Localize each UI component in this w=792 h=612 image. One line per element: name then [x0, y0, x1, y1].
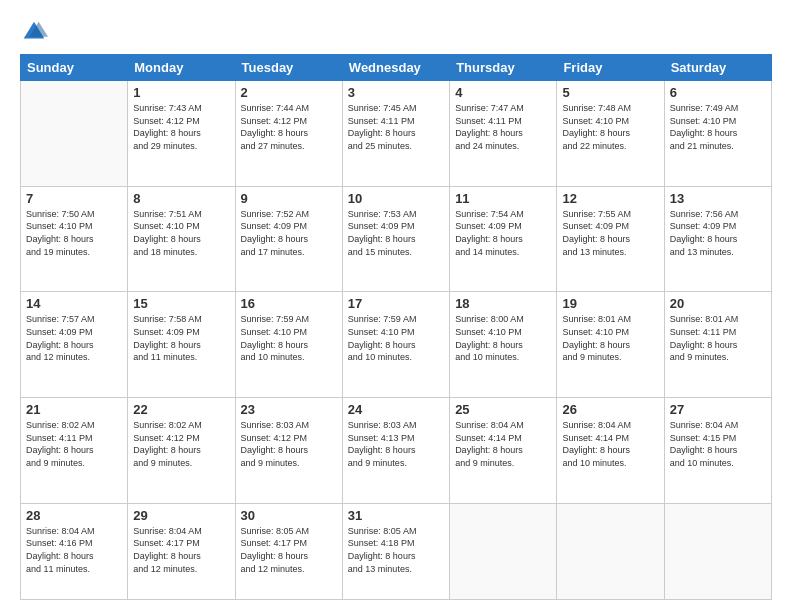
day-number: 11: [455, 191, 551, 206]
calendar-cell: 5Sunrise: 7:48 AM Sunset: 4:10 PM Daylig…: [557, 81, 664, 187]
day-number: 15: [133, 296, 229, 311]
day-info: Sunrise: 8:01 AM Sunset: 4:11 PM Dayligh…: [670, 313, 766, 363]
day-number: 8: [133, 191, 229, 206]
day-number: 1: [133, 85, 229, 100]
calendar-header-row: SundayMondayTuesdayWednesdayThursdayFrid…: [21, 55, 772, 81]
calendar-header-monday: Monday: [128, 55, 235, 81]
calendar-header-sunday: Sunday: [21, 55, 128, 81]
day-number: 20: [670, 296, 766, 311]
day-number: 30: [241, 508, 337, 523]
calendar-cell: 8Sunrise: 7:51 AM Sunset: 4:10 PM Daylig…: [128, 186, 235, 292]
calendar-cell: 14Sunrise: 7:57 AM Sunset: 4:09 PM Dayli…: [21, 292, 128, 398]
day-info: Sunrise: 7:43 AM Sunset: 4:12 PM Dayligh…: [133, 102, 229, 152]
day-info: Sunrise: 8:05 AM Sunset: 4:18 PM Dayligh…: [348, 525, 444, 575]
day-number: 18: [455, 296, 551, 311]
day-number: 22: [133, 402, 229, 417]
day-info: Sunrise: 8:03 AM Sunset: 4:12 PM Dayligh…: [241, 419, 337, 469]
day-number: 26: [562, 402, 658, 417]
day-info: Sunrise: 8:02 AM Sunset: 4:12 PM Dayligh…: [133, 419, 229, 469]
logo-icon: [20, 18, 48, 46]
day-info: Sunrise: 8:04 AM Sunset: 4:16 PM Dayligh…: [26, 525, 122, 575]
day-number: 2: [241, 85, 337, 100]
day-number: 19: [562, 296, 658, 311]
day-number: 28: [26, 508, 122, 523]
day-info: Sunrise: 8:05 AM Sunset: 4:17 PM Dayligh…: [241, 525, 337, 575]
calendar-header-friday: Friday: [557, 55, 664, 81]
calendar-cell: 21Sunrise: 8:02 AM Sunset: 4:11 PM Dayli…: [21, 398, 128, 504]
day-number: 23: [241, 402, 337, 417]
calendar-cell: 23Sunrise: 8:03 AM Sunset: 4:12 PM Dayli…: [235, 398, 342, 504]
day-number: 31: [348, 508, 444, 523]
day-number: 10: [348, 191, 444, 206]
calendar-cell: 30Sunrise: 8:05 AM Sunset: 4:17 PM Dayli…: [235, 503, 342, 599]
calendar-cell: 18Sunrise: 8:00 AM Sunset: 4:10 PM Dayli…: [450, 292, 557, 398]
day-number: 13: [670, 191, 766, 206]
calendar-cell: [557, 503, 664, 599]
day-info: Sunrise: 7:50 AM Sunset: 4:10 PM Dayligh…: [26, 208, 122, 258]
calendar-header-thursday: Thursday: [450, 55, 557, 81]
day-info: Sunrise: 7:51 AM Sunset: 4:10 PM Dayligh…: [133, 208, 229, 258]
day-number: 12: [562, 191, 658, 206]
day-info: Sunrise: 7:44 AM Sunset: 4:12 PM Dayligh…: [241, 102, 337, 152]
calendar-cell: 12Sunrise: 7:55 AM Sunset: 4:09 PM Dayli…: [557, 186, 664, 292]
calendar-header-tuesday: Tuesday: [235, 55, 342, 81]
day-info: Sunrise: 7:59 AM Sunset: 4:10 PM Dayligh…: [348, 313, 444, 363]
calendar-cell: 31Sunrise: 8:05 AM Sunset: 4:18 PM Dayli…: [342, 503, 449, 599]
day-number: 25: [455, 402, 551, 417]
page: SundayMondayTuesdayWednesdayThursdayFrid…: [0, 0, 792, 612]
calendar-cell: 26Sunrise: 8:04 AM Sunset: 4:14 PM Dayli…: [557, 398, 664, 504]
day-info: Sunrise: 8:00 AM Sunset: 4:10 PM Dayligh…: [455, 313, 551, 363]
calendar-week-5: 28Sunrise: 8:04 AM Sunset: 4:16 PM Dayli…: [21, 503, 772, 599]
day-info: Sunrise: 8:04 AM Sunset: 4:14 PM Dayligh…: [455, 419, 551, 469]
day-number: 29: [133, 508, 229, 523]
day-info: Sunrise: 8:04 AM Sunset: 4:17 PM Dayligh…: [133, 525, 229, 575]
calendar-cell: [664, 503, 771, 599]
calendar-cell: 20Sunrise: 8:01 AM Sunset: 4:11 PM Dayli…: [664, 292, 771, 398]
logo: [20, 18, 52, 46]
calendar-table: SundayMondayTuesdayWednesdayThursdayFrid…: [20, 54, 772, 600]
calendar-cell: 24Sunrise: 8:03 AM Sunset: 4:13 PM Dayli…: [342, 398, 449, 504]
day-number: 21: [26, 402, 122, 417]
calendar-cell: 9Sunrise: 7:52 AM Sunset: 4:09 PM Daylig…: [235, 186, 342, 292]
day-info: Sunrise: 7:53 AM Sunset: 4:09 PM Dayligh…: [348, 208, 444, 258]
calendar-cell: 4Sunrise: 7:47 AM Sunset: 4:11 PM Daylig…: [450, 81, 557, 187]
calendar-cell: 3Sunrise: 7:45 AM Sunset: 4:11 PM Daylig…: [342, 81, 449, 187]
day-number: 5: [562, 85, 658, 100]
day-number: 17: [348, 296, 444, 311]
day-info: Sunrise: 8:01 AM Sunset: 4:10 PM Dayligh…: [562, 313, 658, 363]
calendar-cell: 28Sunrise: 8:04 AM Sunset: 4:16 PM Dayli…: [21, 503, 128, 599]
calendar-cell: 2Sunrise: 7:44 AM Sunset: 4:12 PM Daylig…: [235, 81, 342, 187]
calendar-cell: 13Sunrise: 7:56 AM Sunset: 4:09 PM Dayli…: [664, 186, 771, 292]
day-number: 6: [670, 85, 766, 100]
calendar-cell: [450, 503, 557, 599]
day-info: Sunrise: 7:57 AM Sunset: 4:09 PM Dayligh…: [26, 313, 122, 363]
calendar-cell: 16Sunrise: 7:59 AM Sunset: 4:10 PM Dayli…: [235, 292, 342, 398]
calendar-cell: 15Sunrise: 7:58 AM Sunset: 4:09 PM Dayli…: [128, 292, 235, 398]
day-info: Sunrise: 8:04 AM Sunset: 4:14 PM Dayligh…: [562, 419, 658, 469]
calendar-cell: 29Sunrise: 8:04 AM Sunset: 4:17 PM Dayli…: [128, 503, 235, 599]
day-info: Sunrise: 7:47 AM Sunset: 4:11 PM Dayligh…: [455, 102, 551, 152]
day-number: 16: [241, 296, 337, 311]
calendar-header-saturday: Saturday: [664, 55, 771, 81]
day-number: 27: [670, 402, 766, 417]
day-number: 14: [26, 296, 122, 311]
calendar-week-3: 14Sunrise: 7:57 AM Sunset: 4:09 PM Dayli…: [21, 292, 772, 398]
day-number: 4: [455, 85, 551, 100]
day-number: 9: [241, 191, 337, 206]
calendar-cell: 7Sunrise: 7:50 AM Sunset: 4:10 PM Daylig…: [21, 186, 128, 292]
day-number: 24: [348, 402, 444, 417]
calendar-cell: 6Sunrise: 7:49 AM Sunset: 4:10 PM Daylig…: [664, 81, 771, 187]
calendar-cell: 17Sunrise: 7:59 AM Sunset: 4:10 PM Dayli…: [342, 292, 449, 398]
day-info: Sunrise: 7:58 AM Sunset: 4:09 PM Dayligh…: [133, 313, 229, 363]
calendar-cell: 10Sunrise: 7:53 AM Sunset: 4:09 PM Dayli…: [342, 186, 449, 292]
day-number: 3: [348, 85, 444, 100]
calendar-cell: 19Sunrise: 8:01 AM Sunset: 4:10 PM Dayli…: [557, 292, 664, 398]
day-info: Sunrise: 7:48 AM Sunset: 4:10 PM Dayligh…: [562, 102, 658, 152]
day-info: Sunrise: 7:59 AM Sunset: 4:10 PM Dayligh…: [241, 313, 337, 363]
day-info: Sunrise: 8:04 AM Sunset: 4:15 PM Dayligh…: [670, 419, 766, 469]
day-info: Sunrise: 7:54 AM Sunset: 4:09 PM Dayligh…: [455, 208, 551, 258]
day-info: Sunrise: 7:55 AM Sunset: 4:09 PM Dayligh…: [562, 208, 658, 258]
day-info: Sunrise: 7:45 AM Sunset: 4:11 PM Dayligh…: [348, 102, 444, 152]
calendar-week-1: 1Sunrise: 7:43 AM Sunset: 4:12 PM Daylig…: [21, 81, 772, 187]
header: [20, 18, 772, 46]
